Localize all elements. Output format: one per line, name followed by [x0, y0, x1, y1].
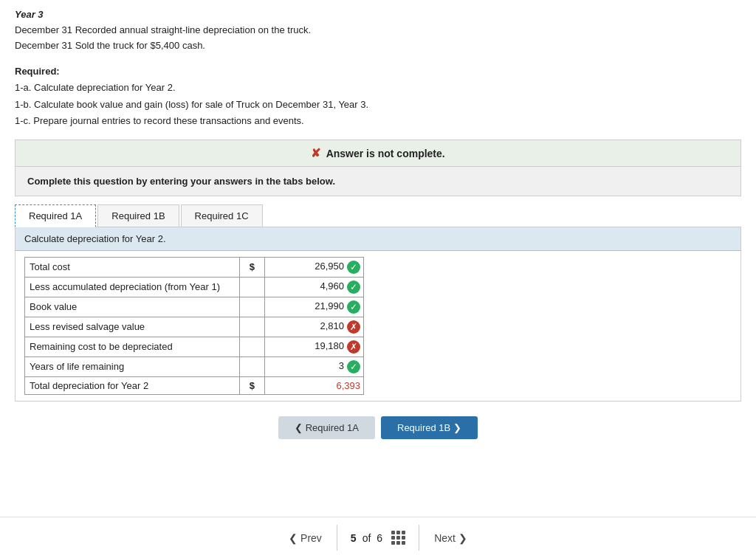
next-tab-button[interactable]: Required 1B ❯: [381, 416, 478, 439]
prev-tab-button[interactable]: ❮ Required 1A: [278, 416, 375, 439]
required-1c-text: 1-c. Prepare journal entries to record t…: [15, 113, 741, 129]
dollar-sign: $: [240, 257, 265, 277]
row-label: Less revised salvage value: [25, 317, 240, 337]
dollar-sign: [240, 317, 265, 337]
total-pages: 6: [377, 532, 382, 544]
tab-content-header: Calculate depreciation for Year 2.: [16, 227, 740, 251]
x-icon: ✗: [347, 320, 360, 334]
table-row: Less revised salvage value2,810✗: [25, 317, 364, 337]
answer-status-bar: ✘ Answer is not complete.: [16, 140, 740, 167]
page-info: 5 of 6: [337, 525, 419, 551]
tab-required-1a[interactable]: Required 1A: [15, 204, 96, 227]
row-value: 26,950✓: [264, 257, 363, 277]
check-icon: ✓: [347, 300, 360, 314]
next-arrow-icon: ❯: [458, 532, 467, 544]
required-1b-text: 1-b. Calculate book value and gain (loss…: [15, 97, 741, 113]
row-value: 2,810✗: [264, 317, 363, 337]
check-icon: ✓: [347, 280, 360, 294]
dollar-sign: [240, 297, 265, 317]
dollar-sign: [240, 356, 265, 376]
dollar-sign: [240, 337, 265, 356]
x-icon: ✗: [347, 340, 360, 354]
next-chevron-icon: ❯: [453, 422, 461, 433]
row-value: 6,393: [264, 376, 363, 394]
current-page: 5: [351, 532, 357, 544]
nav-buttons: ❮ Required 1A Required 1B ❯: [15, 416, 741, 439]
answer-status-text: Answer is not complete.: [326, 148, 445, 159]
check-icon: ✓: [347, 261, 360, 274]
row-value: 4,960✓: [264, 277, 363, 297]
required-label: Required:: [15, 66, 60, 77]
answer-banner: ✘ Answer is not complete. Complete this …: [15, 140, 741, 196]
bottom-next-label: Next: [434, 532, 456, 544]
tab-required-1b[interactable]: Required 1B: [97, 204, 179, 227]
table-row: Book value21,990✓: [25, 297, 364, 317]
check-icon: ✓: [347, 360, 360, 373]
tab-content-area: Calculate depreciation for Year 2. Total…: [15, 227, 741, 402]
row-label: Less accumulated depreciation (from Year…: [25, 277, 240, 297]
row-value: 19,180✗: [264, 337, 363, 356]
table-row: Years of life remaining3✓: [25, 356, 364, 376]
dollar-sign: $: [240, 376, 265, 394]
intro-line1: December 31 Recorded annual straight-lin…: [15, 23, 741, 38]
row-label: Remaining cost to be depreciated: [25, 337, 240, 356]
bottom-prev-label: Prev: [300, 532, 322, 544]
required-1a-text: 1-a. Calculate depreciation for Year 2.: [15, 80, 741, 96]
dollar-sign: [240, 277, 265, 297]
row-label: Years of life remaining: [25, 356, 240, 376]
next-tab-label: Required 1B: [397, 422, 450, 433]
bottom-bar: ❮ Prev 5 of 6 Next ❯: [0, 517, 756, 558]
bottom-next-button[interactable]: Next ❯: [419, 526, 482, 550]
year-label: Year 3: [15, 7, 741, 23]
row-value: 21,990✓: [264, 297, 363, 317]
row-label: Book value: [25, 297, 240, 317]
intro-line2: December 31 Sold the truck for $5,400 ca…: [15, 38, 741, 54]
tab-required-1c[interactable]: Required 1C: [181, 204, 263, 227]
table-row: Total cost$26,950✓: [25, 257, 364, 277]
bottom-prev-button[interactable]: ❮ Prev: [274, 526, 337, 550]
intro-section: Year 3 December 31 Recorded annual strai…: [15, 7, 741, 53]
of-label: of: [362, 532, 371, 544]
table-row: Remaining cost to be depreciated19,180✗: [25, 337, 364, 356]
status-x-icon: ✘: [311, 147, 320, 159]
table-row: Total depreciation for Year 2$6,393: [25, 376, 364, 394]
prev-chevron-icon: ❮: [295, 422, 303, 433]
table-row: Less accumulated depreciation (from Year…: [25, 277, 364, 297]
grid-icon: [388, 531, 405, 545]
row-label: Total cost: [25, 257, 240, 277]
row-value: 3✓: [264, 356, 363, 376]
tabs-container: Required 1A Required 1B Required 1C: [15, 204, 741, 227]
row-label: Total depreciation for Year 2: [25, 376, 240, 394]
required-section: Required: 1-a. Calculate depreciation fo…: [15, 63, 741, 128]
depreciation-table: Total cost$26,950✓Less accumulated depre…: [24, 257, 364, 395]
complete-instruction: Complete this question by entering your …: [16, 167, 740, 196]
prev-arrow-icon: ❮: [289, 532, 298, 544]
prev-tab-label: Required 1A: [306, 422, 359, 433]
